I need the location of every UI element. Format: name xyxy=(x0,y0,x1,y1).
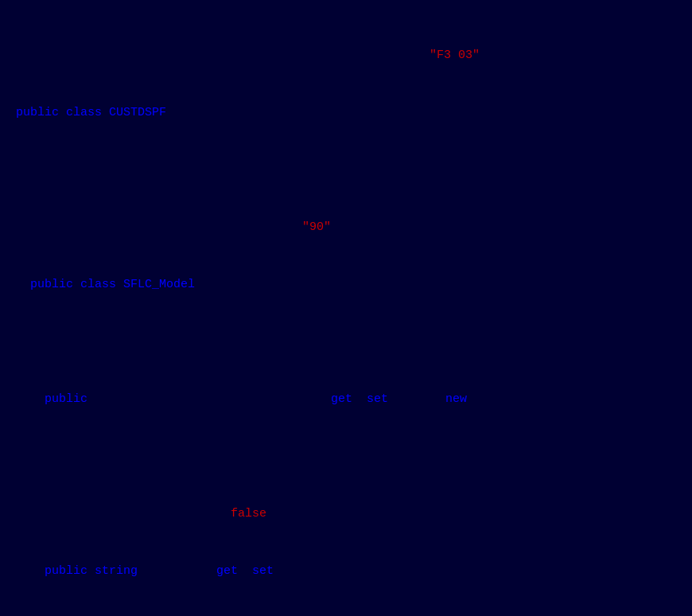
line-7: public get set new xyxy=(16,390,676,409)
kw-public-class-sflc: public class SFLC_Model xyxy=(16,278,195,291)
line-9: false xyxy=(16,505,676,524)
string-false: false xyxy=(231,507,266,520)
line-1: "F3 03" xyxy=(16,46,676,65)
kw-public-string-1: public string get set xyxy=(16,564,274,578)
line-5: public class SFLC_Model xyxy=(16,275,676,294)
line-3 xyxy=(16,161,676,180)
code-editor: "F3 03" public class CUSTDSPF "90" publi… xyxy=(16,8,676,616)
kw-public-get-set-new: public get set new xyxy=(16,392,467,406)
line-4: "90" xyxy=(16,218,676,237)
string-f3: "F3 03" xyxy=(430,49,480,62)
line-6 xyxy=(16,333,676,352)
line-8 xyxy=(16,447,676,466)
line-10: public string get set xyxy=(16,562,676,581)
line-2: public class CUSTDSPF xyxy=(16,103,676,123)
string-90: "90" xyxy=(302,220,331,234)
kw-public-class-custdspf: public class CUSTDSPF xyxy=(16,106,166,119)
